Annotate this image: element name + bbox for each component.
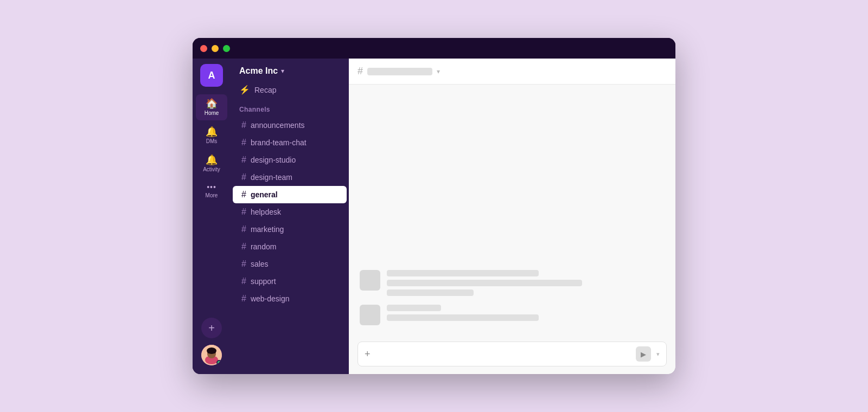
- channel-item-helpdesk[interactable]: #helpdesk: [233, 203, 347, 221]
- message-list: [349, 85, 675, 336]
- channel-name: design-studio: [251, 156, 296, 164]
- sidebar-item-dms[interactable]: 🔔 DMs: [196, 123, 227, 149]
- send-icon: ▶: [641, 350, 646, 358]
- channel-item-general[interactable]: #general: [233, 186, 347, 203]
- channel-item-design-studio[interactable]: #design-studio: [233, 151, 347, 169]
- message-group-1: [360, 270, 665, 296]
- sidebar-item-home[interactable]: 🏠 Home: [196, 94, 227, 120]
- channel-item-web-design[interactable]: #web-design: [233, 290, 347, 307]
- message-group-2: [360, 305, 665, 325]
- message-input-area: + ▶ ▾: [349, 336, 675, 374]
- maximize-button[interactable]: [223, 45, 230, 52]
- hash-icon: #: [241, 259, 246, 269]
- sidebar-item-activity[interactable]: 🔔 Activity: [196, 151, 227, 177]
- online-status-dot: [216, 360, 222, 365]
- channel-name: announcements: [251, 121, 305, 130]
- main-header: # ▾: [349, 59, 675, 85]
- channel-item-support[interactable]: #support: [233, 273, 347, 290]
- dms-label: DMs: [206, 138, 218, 144]
- channel-name: web-design: [251, 294, 290, 303]
- channel-name: brand-team-chat: [251, 138, 307, 147]
- message-content-1: [387, 270, 665, 296]
- workspace-chevron-icon: ▾: [281, 67, 284, 75]
- channel-hash-icon: #: [358, 66, 363, 77]
- hash-icon: #: [241, 207, 246, 217]
- channel-name: sales: [251, 260, 269, 268]
- channel-name: marketing: [251, 225, 284, 234]
- user-avatar[interactable]: [201, 345, 222, 365]
- message-avatar-1: [360, 270, 380, 291]
- hash-icon: #: [241, 172, 246, 182]
- workspace-header[interactable]: Acme Inc ▾: [231, 59, 349, 81]
- more-label: More: [206, 192, 218, 198]
- hash-icon: #: [241, 138, 246, 147]
- message-content-2: [387, 305, 665, 321]
- more-icon: •••: [207, 183, 216, 191]
- close-button[interactable]: [200, 45, 207, 52]
- svg-point-4: [207, 349, 210, 353]
- bell-icon: 🔔: [206, 155, 218, 165]
- message-avatar-2: [360, 305, 380, 325]
- channel-item-announcements[interactable]: #announcements: [233, 117, 347, 134]
- dms-icon: 🔔: [206, 127, 218, 137]
- title-bar: [193, 38, 675, 59]
- message-input-box[interactable]: + ▶ ▾: [358, 342, 667, 366]
- channel-item-marketing[interactable]: #marketing: [233, 221, 347, 238]
- sidebar: Acme Inc ▾ ⚡ Recap Channels #announcemen…: [231, 59, 349, 374]
- channel-item-brand-team-chat[interactable]: #brand-team-chat: [233, 134, 347, 151]
- icon-rail: A 🏠 Home 🔔 DMs 🔔 Activity ••• More +: [193, 59, 231, 374]
- add-workspace-button[interactable]: +: [201, 318, 222, 338]
- message-line: [387, 280, 582, 286]
- home-icon: 🏠: [206, 99, 218, 108]
- recap-button[interactable]: ⚡ Recap: [231, 81, 349, 101]
- recap-icon: ⚡: [239, 85, 250, 95]
- hash-icon: #: [241, 224, 246, 234]
- channel-item-random[interactable]: #random: [233, 238, 347, 255]
- channel-name: support: [251, 277, 276, 286]
- channel-name: general: [251, 190, 278, 199]
- attach-button[interactable]: +: [365, 349, 371, 360]
- channel-chevron-icon: ▾: [437, 68, 440, 75]
- hash-icon: #: [241, 294, 246, 304]
- workspace-name: Acme Inc: [239, 66, 278, 76]
- plus-icon: +: [208, 322, 215, 334]
- activity-label: Activity: [203, 166, 220, 172]
- sidebar-item-more[interactable]: ••• More: [196, 179, 227, 203]
- channel-name: random: [251, 242, 276, 251]
- channels-list: #announcements#brand-team-chat#design-st…: [231, 117, 349, 307]
- hash-icon: #: [241, 155, 246, 165]
- main-content-area: # ▾: [349, 59, 675, 374]
- channel-item-design-team[interactable]: #design-team: [233, 169, 347, 186]
- workspace-avatar[interactable]: A: [200, 64, 223, 87]
- hash-icon: #: [241, 120, 246, 130]
- app-window: A 🏠 Home 🔔 DMs 🔔 Activity ••• More +: [193, 38, 675, 374]
- send-button[interactable]: ▶: [636, 346, 651, 362]
- recap-label: Recap: [254, 86, 276, 94]
- channel-name: helpdesk: [251, 208, 281, 216]
- hash-icon: #: [241, 190, 246, 199]
- hash-icon: #: [241, 276, 246, 286]
- hash-icon: #: [241, 242, 246, 252]
- minimize-button[interactable]: [212, 45, 219, 52]
- app-body: A 🏠 Home 🔔 DMs 🔔 Activity ••• More +: [193, 59, 675, 374]
- channel-name: design-team: [251, 173, 292, 182]
- message-line: [387, 305, 441, 311]
- message-line: [387, 270, 539, 276]
- svg-point-5: [213, 349, 216, 353]
- message-line: [387, 314, 539, 321]
- channels-section-label: Channels: [231, 101, 349, 117]
- channel-item-sales[interactable]: #sales: [233, 255, 347, 273]
- send-dropdown-button[interactable]: ▾: [656, 351, 660, 358]
- message-line: [387, 289, 474, 296]
- home-label: Home: [205, 110, 219, 116]
- channel-name-placeholder: [367, 68, 432, 75]
